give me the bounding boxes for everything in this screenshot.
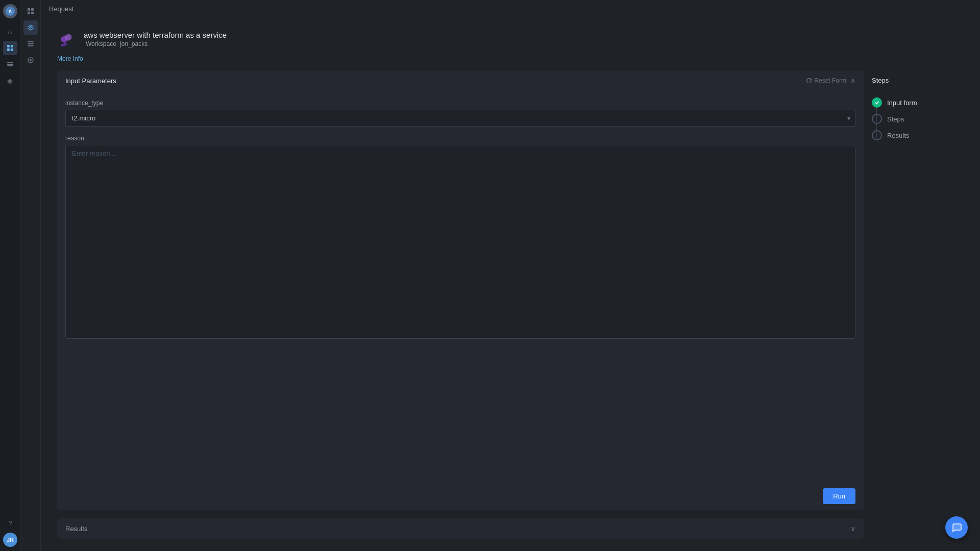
sidebar-tag-icon[interactable] [23,53,38,67]
page-content: aws webserver with terraform as a servic… [41,18,980,551]
sidebar [20,0,41,551]
step-circle-results [872,130,882,140]
topbar: Request [41,0,980,18]
more-info-link[interactable]: More Info [57,55,964,62]
input-panel-body: instance_type t2.micro t2.small t2.mediu… [57,91,864,482]
svg-rect-8 [7,65,13,66]
svg-rect-9 [28,8,30,11]
instance-type-field: instance_type t2.micro t2.small t2.mediu… [65,99,855,127]
nav-bookmark-icon[interactable]: ◈ [3,73,17,88]
instance-type-label: instance_type [65,99,855,107]
instance-type-select[interactable]: t2.micro t2.small t2.medium t3.micro t3.… [65,110,855,127]
svg-rect-2 [7,45,10,47]
svg-point-17 [30,59,32,61]
svg-rect-3 [11,45,13,47]
panels-wrapper: Input Parameters Reset Form ∧ [57,70,964,539]
svg-rect-4 [7,48,10,51]
steps-panel: Steps Input form Steps Results [872,70,964,539]
results-section[interactable]: Results ∨ [57,518,864,539]
nav-grid-icon[interactable] [3,41,17,55]
input-parameters-panel: Input Parameters Reset Form ∧ [57,70,864,510]
icon-rail: S ⌂ ◈ [0,0,20,551]
service-name: aws webserver with terraform as a servic… [84,31,227,39]
step-label-results: Results [887,132,909,139]
reset-icon [806,78,812,84]
page-title: Request [49,5,74,13]
run-button[interactable]: Run [823,488,855,504]
nav-layers-icon[interactable] [3,57,17,71]
input-panel-footer: Run [57,482,864,510]
step-item-input-form: Input form [872,94,964,111]
svg-rect-14 [28,43,34,44]
svg-rect-11 [28,12,30,14]
bottom-icons: ? JR [0,516,20,551]
header-actions: Reset Form ∧ [806,77,855,85]
sidebar-grid-icon[interactable] [23,4,38,18]
svg-rect-6 [7,62,13,63]
help-icon[interactable]: ? [3,516,17,531]
results-title: Results [65,525,87,533]
svg-rect-10 [31,8,34,11]
chat-button[interactable] [945,516,968,539]
step-item-results: Results [872,127,964,143]
sidebar-list-icon[interactable] [23,37,38,51]
svg-text:S: S [8,9,11,14]
chat-icon [951,522,962,533]
checkmark-icon [874,100,879,105]
app-logo[interactable]: S [3,4,17,18]
svg-rect-13 [28,41,34,42]
svg-rect-5 [11,48,13,51]
service-info: aws webserver with terraform as a servic… [84,31,227,47]
reason-textarea[interactable] [65,145,855,339]
step-circle-steps [872,114,882,124]
reason-field: reason [65,135,855,340]
collapse-button[interactable]: ∧ [850,77,855,85]
service-header: aws webserver with terraform as a servic… [57,31,964,49]
instance-type-select-wrapper: t2.micro t2.small t2.medium t3.micro t3.… [65,110,855,127]
steps-panel-header: Steps [872,70,964,90]
user-avatar[interactable]: JR [3,533,17,547]
service-workspace: Workspace jon_packs [84,40,227,47]
step-label-input-form: Input form [887,99,917,107]
input-panel-header: Input Parameters Reset Form ∧ [57,70,864,91]
reason-label: reason [65,135,855,142]
sidebar-layers-icon[interactable] [23,20,38,35]
results-chevron-icon: ∨ [850,524,855,533]
step-label-steps: Steps [887,115,904,123]
svg-rect-15 [28,45,34,46]
nav-home-icon[interactable]: ⌂ [3,24,17,39]
step-item-steps: Steps [872,111,964,127]
step-circle-completed [872,97,882,108]
main-area: Request aws webserver with terraform as … [41,0,980,551]
reset-form-button[interactable]: Reset Form [806,77,846,84]
svg-rect-7 [7,64,13,65]
service-logo [57,31,76,49]
svg-rect-12 [31,12,34,14]
input-panel-title: Input Parameters [65,77,116,85]
